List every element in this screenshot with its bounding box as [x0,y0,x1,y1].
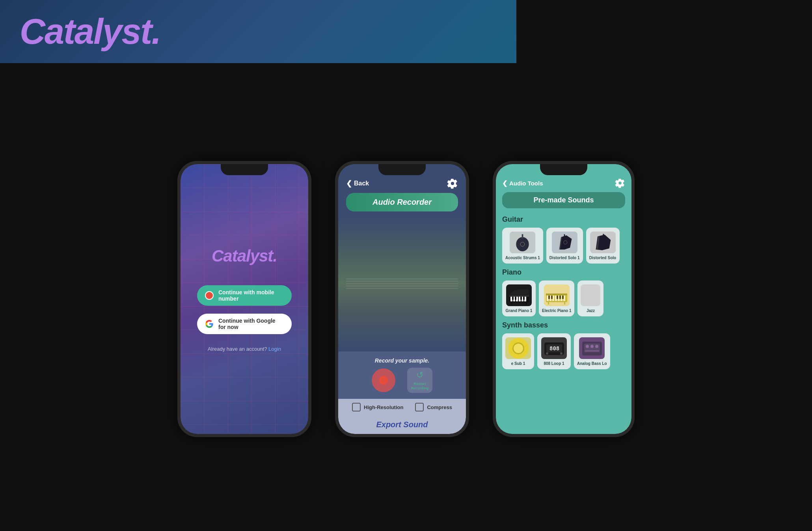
back-chevron-icon: ❮ [346,179,352,188]
export-options: High-Resolution Compress [338,399,466,415]
808-label: 808 Loop 1 [544,361,564,366]
sound-card-sub1[interactable]: e Sub 1 [502,333,534,369]
distorted-solo2-label: Distorted Solo [589,256,616,260]
record-button[interactable] [372,368,395,392]
piano-sounds-grid: Grand Piano 1 [502,280,625,316]
record-dot-icon [379,376,388,385]
svg-point-53 [590,345,594,348]
recorder-title-bar: Audio Recorder [346,193,458,211]
svg-rect-23 [512,297,514,300]
sound-card-acoustic[interactable]: Acoustic Strums 1 [502,228,543,264]
recorder-screen: ❮ Back Audio Recorder [338,164,466,434]
guitar-acoustic-icon [512,234,533,251]
compress-checkbox[interactable]: Compress [415,403,452,411]
tools-content: Guitar [496,213,631,434]
high-resolution-checkbox[interactable]: High-Resolution [352,403,403,411]
header-banner: Catalyst. [0,0,516,63]
login-footer: Already have an account? Login [208,346,281,352]
mobile-btn-label: Continue with mobile number [218,289,284,302]
record-label: Record your sample. [375,357,430,364]
record-panel: Record your sample. ↺ RestartRecording [338,352,466,399]
recorder-back-button[interactable]: ❮ Back [346,179,369,188]
header-logo: Catalyst. [20,11,160,52]
svg-point-48 [546,352,548,355]
guitar-section-header: Guitar [502,215,625,224]
restart-label: RestartRecording [411,382,429,391]
analog-bass-icon [580,338,604,358]
export-footer: Export Sound [338,415,466,434]
tools-back-button[interactable]: ❮ Audio Tools [502,179,543,187]
sound-card-analog-bass[interactable]: Analog Bass Lo [574,333,610,369]
distorted-solo1-label: Distorted Solo 1 [549,256,580,260]
login-app-title: Catalyst. [212,247,277,266]
sound-card-808[interactable]: 808 808 Loop 1 [537,333,571,369]
tools-back-label: Audio Tools [509,180,543,187]
recorder-title: Audio Recorder [372,198,432,206]
compress-checkbox-box[interactable] [415,403,424,411]
svg-rect-27 [511,303,512,305]
sound-card-electric-piano[interactable]: Electric Piano 1 [539,280,574,316]
jazz-label: Jazz [587,309,595,313]
export-label[interactable]: Export Sound [376,420,428,429]
compress-label: Compress [427,404,452,410]
svg-rect-9 [564,234,565,240]
tools-title: Pre-made Sounds [533,196,594,204]
phones-container: Catalyst. Continue with mobile number Co… [0,67,812,531]
sound-card-grand-piano[interactable]: Grand Piano 1 [502,280,536,316]
phone-audio-tools: ❮ Audio Tools Pre-made Sounds Guitar [493,161,635,437]
svg-rect-26 [523,297,525,300]
svg-point-54 [595,345,598,348]
settings-icon[interactable] [447,178,458,189]
mobile-icon [205,291,214,300]
svg-rect-41 [559,295,561,299]
guitar-distorted1-icon [554,234,575,251]
login-link[interactable]: Login [268,346,281,352]
grand-piano-icon [507,286,531,305]
piano-section-header: Piano [502,268,625,277]
electric-piano-label: Electric Piano 1 [542,309,571,313]
tools-title-bar: Pre-made Sounds [502,192,625,208]
phone-recorder: ❮ Back Audio Recorder [335,161,469,437]
guitar-sounds-grid: Acoustic Strums 1 [502,228,625,264]
phone-notch-1 [221,164,268,175]
svg-rect-55 [585,350,599,352]
sub1-label: e Sub 1 [511,361,525,366]
high-res-label: High-Resolution [364,404,403,410]
svg-rect-25 [520,297,522,300]
tools-settings-icon[interactable] [615,178,625,188]
sound-card-distorted1[interactable]: Distorted Solo 1 [546,228,583,264]
login-screen: Catalyst. Continue with mobile number Co… [181,164,308,434]
synth-basses-section-header: Synth basses [502,321,625,329]
mobile-login-button[interactable]: Continue with mobile number [197,285,292,306]
back-label: Back [354,180,369,187]
808-icon: 808 [542,338,566,358]
tools-screen: ❮ Audio Tools Pre-made Sounds Guitar [496,164,631,434]
phone-notch-3 [540,164,587,175]
google-login-button[interactable]: Continue with Google for now [197,314,292,334]
svg-rect-40 [557,295,558,299]
phone-login: Catalyst. Continue with mobile number Co… [177,161,311,437]
record-controls: ↺ RestartRecording [372,368,432,393]
svg-rect-30 [546,294,567,295]
synth-basses-grid: e Sub 1 808 [502,333,625,369]
high-res-checkbox-box[interactable] [352,403,361,411]
sound-card-jazz[interactable]: Jazz [577,280,603,316]
svg-rect-24 [515,297,516,300]
svg-rect-1 [522,234,523,242]
svg-rect-44 [564,302,565,305]
svg-rect-14 [603,234,604,239]
svg-point-49 [560,352,562,355]
tools-back-chevron: ❮ [502,179,507,187]
svg-rect-28 [526,303,527,305]
svg-rect-39 [551,295,553,299]
sound-card-distorted2[interactable]: Distorted Solo [586,228,620,264]
waveform-lines [338,215,466,352]
acoustic-strums-label: Acoustic Strums 1 [505,256,540,260]
restart-recording-button[interactable]: ↺ RestartRecording [407,368,432,393]
google-btn-label: Continue with Google for now [218,318,284,330]
svg-rect-42 [562,295,564,299]
waveform-area [338,215,466,352]
svg-rect-38 [548,295,550,299]
restart-icon: ↺ [416,370,423,380]
analog-bass-label: Analog Bass Lo [577,361,607,366]
